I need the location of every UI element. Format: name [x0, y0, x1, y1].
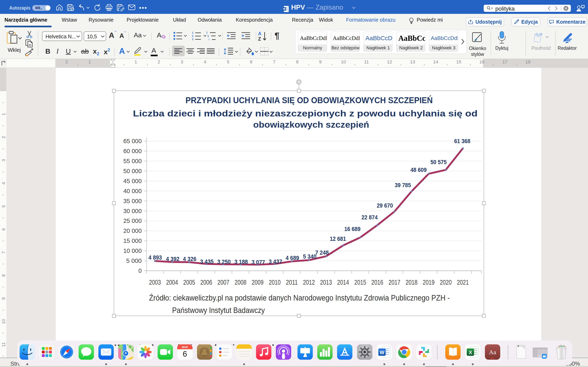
svg-text:10 000: 10 000 — [123, 247, 142, 254]
svg-text:29 670: 29 670 — [377, 202, 393, 209]
svg-text:2017: 2017 — [389, 278, 400, 286]
svg-text:2016: 2016 — [371, 278, 383, 286]
svg-text:4 689: 4 689 — [286, 255, 299, 261]
svg-text:25 000: 25 000 — [123, 217, 142, 224]
svg-text:2008: 2008 — [234, 278, 246, 286]
svg-text:PRZYPADKI UCHYLANIA SIĘ OD OBO: PRZYPADKI UCHYLANIA SIĘ OD OBOWIĄZKOWYCH… — [186, 95, 433, 105]
svg-text:20 000: 20 000 — [123, 227, 142, 234]
svg-text:61 368: 61 368 — [454, 138, 470, 144]
svg-text:30 000: 30 000 — [123, 208, 142, 214]
svg-text:2021: 2021 — [457, 278, 469, 286]
svg-text:15 000: 15 000 — [123, 237, 142, 244]
svg-text:2013: 2013 — [320, 278, 332, 286]
svg-text:3 188: 3 188 — [234, 259, 248, 265]
svg-text:4 326: 4 326 — [183, 256, 196, 262]
svg-text:60 000: 60 000 — [123, 148, 142, 154]
svg-text:2007: 2007 — [217, 278, 229, 286]
svg-text:50 000: 50 000 — [123, 167, 142, 174]
svg-text:39 785: 39 785 — [395, 182, 411, 188]
svg-text:22 874: 22 874 — [362, 214, 378, 221]
svg-text:3 077: 3 077 — [251, 259, 265, 266]
svg-text:5 340: 5 340 — [303, 253, 316, 260]
svg-text:3 250: 3 250 — [217, 259, 231, 265]
svg-text:7 248: 7 248 — [315, 249, 329, 256]
svg-text:2018: 2018 — [406, 278, 417, 286]
svg-text:48 609: 48 609 — [411, 167, 427, 173]
svg-text:Liczba dzieci i młodzieży niez: Liczba dzieci i młodzieży niezaszczepion… — [133, 108, 477, 118]
svg-text:2010: 2010 — [269, 278, 281, 286]
svg-text:50 575: 50 575 — [431, 159, 447, 165]
svg-text:2019: 2019 — [423, 278, 435, 286]
svg-text:45 000: 45 000 — [123, 178, 142, 184]
svg-text:2005: 2005 — [183, 278, 195, 286]
svg-text:Źródło: ciekaweliczby.pl na po: Źródło: ciekaweliczby.pl na podstawie da… — [149, 294, 450, 302]
svg-text:55 000: 55 000 — [123, 158, 142, 164]
svg-text:65 000: 65 000 — [123, 138, 142, 144]
svg-text:2006: 2006 — [200, 278, 212, 286]
svg-text:4 893: 4 893 — [148, 254, 162, 261]
svg-text:obowiązkowych szczepień: obowiązkowych szczepień — [253, 120, 369, 129]
svg-text:5 000: 5 000 — [126, 257, 142, 264]
svg-text:2003: 2003 — [149, 278, 161, 286]
svg-text:2015: 2015 — [354, 278, 366, 286]
svg-text:35 000: 35 000 — [123, 198, 142, 204]
svg-text:Państwowy Instytut Badawczy: Państwowy Instytut Badawczy — [172, 306, 265, 315]
svg-text:0: 0 — [138, 267, 142, 274]
svg-text:4 392: 4 392 — [166, 256, 180, 262]
svg-text:3 435: 3 435 — [200, 258, 214, 265]
svg-text:16 689: 16 689 — [345, 226, 361, 232]
svg-text:2014: 2014 — [337, 278, 349, 286]
svg-text:2012: 2012 — [303, 278, 315, 286]
svg-text:12 681: 12 681 — [330, 235, 346, 242]
svg-text:2009: 2009 — [252, 278, 264, 286]
svg-text:40 000: 40 000 — [123, 188, 142, 194]
svg-text:2011: 2011 — [286, 278, 298, 286]
svg-text:3 437: 3 437 — [269, 258, 282, 265]
svg-text:2020: 2020 — [440, 278, 452, 286]
svg-text:2004: 2004 — [166, 278, 178, 286]
